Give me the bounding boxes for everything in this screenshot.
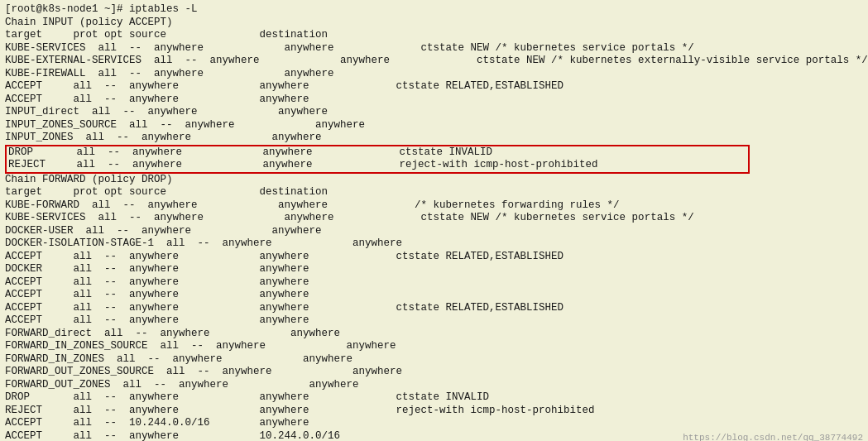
- terminal-line: INPUT_ZONES_SOURCE all -- anywhere anywh…: [5, 119, 863, 132]
- terminal-line: ACCEPT all -- anywhere anywhere: [5, 93, 863, 107]
- terminal-line: [root@k8s-node1 ~]# iptables -L: [5, 3, 863, 17]
- terminal-line: ACCEPT all -- anywhere anywhere: [5, 276, 863, 290]
- watermark: https://blog.csdn.net/qq_38774492: [683, 433, 863, 441]
- terminal-line: FORWARD_IN_ZONES all -- anywhere anywher…: [5, 353, 863, 367]
- terminal-window: [root@k8s-node1 ~]# iptables -LChain INP…: [0, 0, 868, 441]
- terminal-line: KUBE-FIREWALL all -- anywhere anywhere: [5, 68, 863, 81]
- terminal-line: DROP all -- anywhere anywhere ctstate IN…: [5, 391, 863, 405]
- terminal-line: FORWARD_IN_ZONES_SOURCE all -- anywhere …: [5, 340, 863, 353]
- terminal-line: target prot opt source destination: [5, 29, 863, 42]
- terminal-line: INPUT_direct all -- anywhere anywhere: [5, 106, 863, 119]
- terminal-line: ACCEPT all -- anywhere anywhere ctstate …: [5, 302, 863, 315]
- terminal-line: KUBE-FORWARD all -- anywhere anywhere /*…: [5, 199, 863, 213]
- terminal-line: target prot opt source destination: [5, 186, 863, 199]
- terminal-line: DROP all -- anywhere anywhere ctstate IN…: [8, 146, 746, 160]
- terminal-line: FORWARD_direct all -- anywhere anywhere: [5, 328, 863, 341]
- terminal-line: REJECT all -- anywhere anywhere reject-w…: [8, 159, 746, 172]
- highlighted-section: DROP all -- anywhere anywhere ctstate IN…: [5, 145, 750, 174]
- terminal-line: DOCKER-ISOLATION-STAGE-1 all -- anywhere…: [5, 237, 863, 251]
- terminal-line: DOCKER-USER all -- anywhere anywhere: [5, 225, 863, 238]
- terminal-line: INPUT_ZONES all -- anywhere anywhere: [5, 132, 863, 145]
- terminal-line: Chain INPUT (policy ACCEPT): [5, 17, 863, 30]
- terminal-line: ACCEPT all -- 10.244.0.0/16 anywhere: [5, 417, 863, 430]
- terminal-line: ACCEPT all -- anywhere anywhere ctstate …: [5, 80, 863, 93]
- terminal-line: ACCEPT all -- anywhere anywhere ctstate …: [5, 251, 863, 264]
- terminal-line: Chain FORWARD (policy DROP): [5, 174, 863, 187]
- terminal-line: KUBE-EXTERNAL-SERVICES all -- anywhere a…: [5, 55, 863, 68]
- terminal-line: FORWARD_OUT_ZONES all -- anywhere anywhe…: [5, 379, 863, 392]
- terminal-line: DOCKER all -- anywhere anywhere: [5, 263, 863, 276]
- terminal-line: REJECT all -- anywhere anywhere reject-w…: [5, 405, 863, 418]
- terminal-line: ACCEPT all -- anywhere anywhere: [5, 314, 863, 328]
- terminal-line: KUBE-SERVICES all -- anywhere anywhere c…: [5, 42, 863, 55]
- terminal-line: FORWARD_OUT_ZONES_SOURCE all -- anywhere…: [5, 366, 863, 379]
- terminal-line: ACCEPT all -- anywhere anywhere: [5, 289, 863, 302]
- terminal-line: KUBE-SERVICES all -- anywhere anywhere c…: [5, 212, 863, 225]
